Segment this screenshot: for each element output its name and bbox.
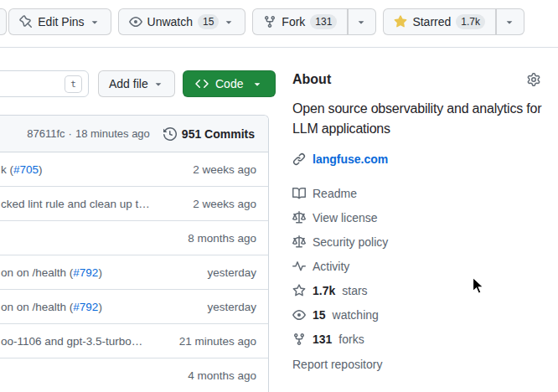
sidebar-item-readme[interactable]: Readme — [292, 181, 547, 205]
chevron-down-icon — [504, 16, 515, 28]
starred-label: Starred — [412, 15, 451, 28]
file-row[interactable]: 4 months ago — [0, 358, 268, 392]
history-icon — [163, 127, 177, 141]
website-link[interactable]: langfuse.com — [313, 152, 388, 166]
commit-message-text: ) — [98, 266, 102, 279]
add-file-label: Add file — [109, 77, 148, 90]
code-icon — [195, 77, 209, 90]
commit-date[interactable]: 2 weeks ago — [193, 163, 268, 176]
starred-button[interactable]: Starred 1.7k — [383, 8, 496, 35]
commit-date[interactable]: 21 minutes ago — [179, 335, 268, 348]
last-commit-time: 18 minutes ago — [75, 127, 150, 140]
repo-forked-icon — [263, 15, 276, 28]
sidebar-item-watching[interactable]: 15 watching — [292, 302, 547, 327]
fork-label: Fork — [282, 15, 305, 28]
fork-split-button: Fork 131 — [252, 8, 376, 35]
chevron-down-icon — [251, 78, 263, 90]
pr-link[interactable]: #792 — [73, 266, 98, 279]
commit-message-text: k ( — [1, 163, 13, 176]
book-icon — [292, 187, 306, 200]
file-row[interactable]: cked lint rule and clean up t… 2 weeks a… — [0, 187, 268, 221]
commit-message-text: on on /health ( — [1, 266, 73, 279]
commit-date[interactable]: 8 months ago — [188, 232, 268, 245]
repo-page: Edit Pins Unwatch 15 Fork 131 Starred 1. — [0, 0, 558, 392]
chevron-down-icon — [89, 16, 101, 28]
sidebar-item-forks[interactable]: 131 forks — [292, 327, 547, 351]
item-count: 131 — [313, 333, 332, 346]
star-split-button: Starred 1.7k — [383, 8, 524, 35]
commit-message[interactable]: on on /health (#792) — [0, 301, 102, 313]
repo-forked-icon — [292, 333, 306, 346]
commit-message-text: on on /health ( — [1, 301, 73, 313]
chevron-down-icon — [152, 78, 164, 90]
link-icon — [292, 152, 306, 166]
about-links: Readme View license Security policy Acti… — [292, 181, 547, 351]
commit-date[interactable]: 4 months ago — [188, 369, 268, 382]
commit-message[interactable]: oo-1106 and gpt-3.5-turbo… — [0, 335, 142, 348]
unwatch-button[interactable]: Unwatch 15 — [118, 8, 246, 35]
about-header: About — [292, 72, 547, 87]
pr-link[interactable]: #705 — [13, 163, 39, 176]
about-title: About — [292, 72, 331, 87]
edit-pins-button[interactable]: Edit Pins — [8, 8, 111, 35]
about-sidebar: About Open source observability and anal… — [292, 72, 547, 371]
commit-sha[interactable]: 87611fc — [27, 127, 65, 140]
go-to-file-input[interactable]: t — [0, 70, 89, 97]
commits-bar: 87611fc · 18 minutes ago 951 Commits — [0, 116, 268, 152]
pin-icon — [19, 15, 33, 28]
commit-date[interactable]: yesterday — [207, 301, 268, 313]
sidebar-item-security-policy[interactable]: Security policy — [292, 230, 547, 254]
add-file-button[interactable]: Add file — [98, 70, 175, 97]
code-button[interactable]: Code — [183, 70, 276, 97]
item-label: forks — [338, 333, 364, 346]
website-row: langfuse.com — [292, 152, 547, 166]
item-label: Activity — [313, 260, 349, 273]
item-label: View license — [313, 211, 378, 224]
item-count: 15 — [313, 308, 326, 322]
shortcut-key-hint: t — [65, 75, 82, 93]
eye-icon — [129, 15, 142, 28]
item-label: stars — [342, 284, 367, 297]
pr-link[interactable]: #792 — [73, 301, 98, 313]
chevron-down-icon — [355, 16, 367, 28]
commit-message[interactable]: on on /health (#792) — [0, 266, 102, 279]
commit-message-text: oo-1106 and gpt-3.5-turbo… — [1, 335, 142, 348]
commit-message-text: ) — [39, 163, 43, 176]
repo-description: Open source observability and analytics … — [292, 99, 547, 139]
commit-message[interactable]: cked lint rule and clean up t… — [0, 198, 150, 210]
file-table: 87611fc · 18 minutes ago 951 Commits k (… — [0, 115, 269, 392]
commit-message[interactable]: k (#705) — [0, 163, 43, 176]
sidebar-item-activity[interactable]: Activity — [292, 254, 547, 278]
law-icon — [292, 235, 306, 249]
commit-message-text: ) — [98, 301, 102, 313]
item-label: Readme — [313, 187, 357, 200]
file-row[interactable]: 8 months ago — [0, 221, 268, 255]
fork-button[interactable]: Fork 131 — [252, 8, 348, 35]
file-row[interactable]: on on /health (#792) yesterday — [0, 290, 268, 324]
commits-count-link[interactable]: 951 Commits — [182, 127, 255, 141]
item-count: 1.7k — [313, 284, 335, 297]
gear-icon[interactable] — [527, 73, 540, 86]
star-dropdown-button[interactable] — [496, 8, 524, 35]
chevron-down-icon — [223, 16, 235, 28]
star-filled-icon — [394, 15, 407, 28]
item-label: watching — [333, 308, 379, 322]
cut-off-button[interactable] — [0, 8, 7, 35]
file-row[interactable]: on on /health (#792) yesterday — [0, 255, 268, 290]
sidebar-item-stars[interactable]: 1.7k stars — [292, 278, 547, 302]
law-icon — [292, 211, 306, 224]
code-label: Code — [215, 77, 243, 90]
forks-count: 131 — [310, 14, 337, 29]
commit-date[interactable]: yesterday — [207, 266, 268, 279]
eye-icon — [292, 308, 306, 322]
stars-count: 1.7k — [456, 14, 485, 29]
file-row[interactable]: oo-1106 and gpt-3.5-turbo… 21 minutes ag… — [0, 324, 268, 358]
fork-dropdown-button[interactable] — [348, 8, 376, 35]
commit-date[interactable]: 2 weeks ago — [193, 198, 268, 210]
pulse-icon — [292, 260, 306, 273]
report-repository-link[interactable]: Report repository — [292, 358, 547, 371]
file-row[interactable]: k (#705) 2 weeks ago — [0, 152, 268, 187]
repo-toolbar: Edit Pins Unwatch 15 Fork 131 Starred 1. — [0, 0, 558, 48]
sidebar-item-license[interactable]: View license — [292, 205, 547, 230]
watchers-count: 15 — [198, 14, 219, 29]
